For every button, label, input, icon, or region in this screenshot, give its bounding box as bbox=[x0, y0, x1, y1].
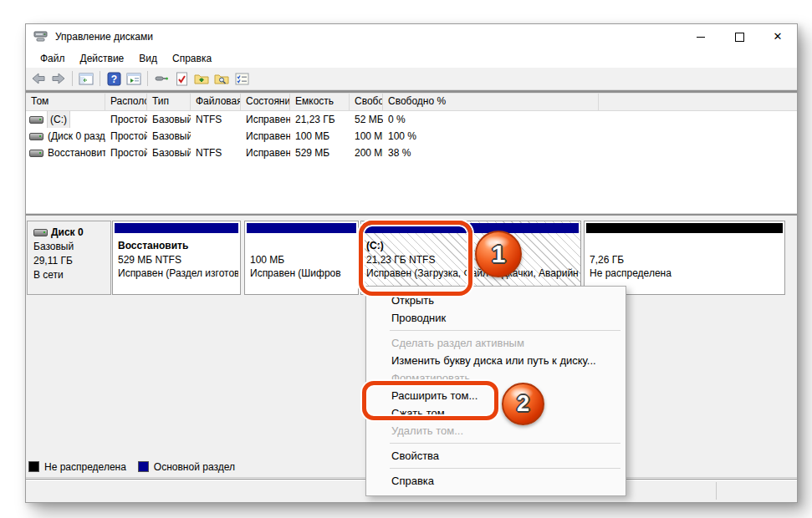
column-header-status[interactable]: Состояние bbox=[241, 94, 290, 110]
partition-size: 7,26 ГБ bbox=[590, 253, 783, 267]
cell-type: Базовый bbox=[147, 111, 191, 128]
annotation-rect-step1 bbox=[359, 221, 472, 296]
toolbar-separator bbox=[72, 71, 73, 86]
volume-name: Восстановить bbox=[48, 145, 105, 161]
volume-table-header: Том Располо... Тип Файловая с... Состоян… bbox=[26, 94, 797, 111]
screwdriver-icon[interactable] bbox=[152, 69, 171, 88]
disk-status: В сети bbox=[33, 268, 110, 282]
annotation-rect-step2 bbox=[362, 381, 498, 420]
console-play-window-icon[interactable] bbox=[125, 69, 143, 88]
partition-status: Исправен (Раздел изготовит bbox=[118, 267, 238, 281]
partition-unallocated[interactable]: 7,26 ГБ Не распределена bbox=[584, 221, 785, 295]
cell-free: 100 МБ bbox=[350, 128, 383, 145]
menu-file[interactable]: Файл bbox=[33, 49, 73, 68]
menu-view[interactable]: Вид bbox=[131, 49, 165, 68]
back-arrow-icon[interactable] bbox=[29, 69, 48, 88]
cell-capacity: 21,23 ГБ bbox=[290, 111, 350, 128]
menu-separator bbox=[390, 330, 620, 331]
folder-search-icon[interactable] bbox=[212, 69, 231, 88]
partition-recovery[interactable]: Восстановить 529 МБ NTFS Исправен (Разде… bbox=[112, 221, 241, 295]
cell-free-percent: 0 % bbox=[383, 111, 599, 128]
cell-capacity: 529 МБ bbox=[290, 145, 350, 161]
legend-swatch-primary bbox=[138, 461, 149, 472]
cell-type: Базовый bbox=[147, 128, 191, 145]
partition-size: 100 МБ bbox=[250, 253, 356, 267]
annotation-badge-2: 2 bbox=[502, 383, 544, 425]
legend-label: Не распределена bbox=[44, 461, 126, 473]
column-header-volume[interactable]: Том bbox=[26, 94, 105, 110]
checked-document-icon[interactable] bbox=[172, 69, 191, 88]
window-controls: ✕ bbox=[682, 24, 797, 49]
checklist-icon[interactable] bbox=[232, 69, 251, 88]
folder-up-icon[interactable] bbox=[192, 69, 211, 88]
cell-capacity: 100 МБ bbox=[290, 128, 350, 145]
column-header-filler bbox=[599, 94, 797, 110]
cell-free-percent: 100 % bbox=[383, 128, 599, 145]
column-header-free-percent[interactable]: Свободно % bbox=[383, 94, 599, 110]
partition-color-bar bbox=[115, 223, 238, 233]
cell-type: Базовый bbox=[147, 145, 191, 161]
close-button[interactable]: ✕ bbox=[758, 24, 797, 49]
column-header-layout[interactable]: Располо... bbox=[105, 94, 147, 110]
cell-free: 200 МБ bbox=[350, 145, 383, 161]
cell-status: Исправен... bbox=[241, 111, 290, 128]
cell-free: 52 МБ bbox=[350, 111, 383, 128]
menu-help[interactable]: Справка bbox=[165, 49, 219, 68]
window-title: Управление дисками bbox=[55, 31, 153, 43]
column-header-type[interactable]: Тип bbox=[147, 94, 191, 110]
legend-unallocated: Не распределена bbox=[28, 461, 126, 473]
annotation-badge-1: 1 bbox=[475, 231, 522, 277]
menu-separator bbox=[390, 468, 620, 469]
table-row-recovery[interactable]: Восстановить Простой Базовый NTFS Исправ… bbox=[26, 145, 797, 161]
toolbar-separator bbox=[100, 71, 100, 86]
partition-status: Не распределена bbox=[590, 267, 783, 281]
legend-label: Основной раздел bbox=[154, 461, 235, 473]
minimize-button[interactable] bbox=[682, 24, 720, 49]
console-window-icon[interactable] bbox=[77, 69, 95, 88]
menu-separator bbox=[390, 443, 620, 444]
forward-arrow-icon[interactable] bbox=[49, 69, 68, 88]
status-bar-divider bbox=[716, 482, 717, 500]
help-icon[interactable]: ? bbox=[105, 69, 123, 88]
column-header-free[interactable]: Свобод... bbox=[350, 94, 383, 110]
maximize-button[interactable] bbox=[720, 24, 758, 49]
toolbar: ? bbox=[26, 68, 797, 89]
volume-list-pane: Том Располо... Тип Файловая с... Состоян… bbox=[26, 93, 797, 214]
toolbar-separator bbox=[147, 71, 148, 86]
partition-size: 529 МБ NTFS bbox=[118, 253, 238, 267]
table-row-c[interactable]: (C:) Простой Базовый NTFS Исправен... 21… bbox=[26, 111, 797, 128]
title-bar: Управление дисками ✕ bbox=[26, 24, 797, 49]
partition-color-bar bbox=[247, 223, 356, 233]
legend-primary-partition: Основной раздел bbox=[138, 461, 235, 473]
svg-text:?: ? bbox=[110, 74, 116, 85]
menu-item-help[interactable]: Справка bbox=[366, 472, 626, 490]
cell-status: Исправен... bbox=[241, 128, 290, 145]
disk-size: 29,11 ГБ bbox=[33, 254, 110, 268]
cell-status: Исправен... bbox=[241, 145, 290, 161]
column-header-capacity[interactable]: Емкость bbox=[290, 94, 350, 110]
legend-swatch-unallocated bbox=[28, 461, 39, 472]
disk-management-app-icon bbox=[33, 30, 49, 43]
menu-item-change-letter[interactable]: Изменить букву диска или путь к диску... bbox=[366, 352, 626, 369]
cell-layout: Простой bbox=[105, 111, 147, 128]
menu-item-explorer[interactable]: Проводник bbox=[366, 309, 626, 327]
column-header-filesystem[interactable]: Файловая с... bbox=[191, 94, 241, 110]
table-row-partition2[interactable]: (Диск 0 раздел 2) Простой Базовый Исправ… bbox=[26, 128, 797, 145]
menu-item-mark-active: Сделать раздел активным bbox=[366, 334, 626, 352]
volume-name: (C:) bbox=[48, 111, 69, 128]
disk0-label-panel[interactable]: Диск 0 Базовый 29,11 ГБ В сети bbox=[27, 221, 111, 295]
cell-layout: Простой bbox=[105, 128, 147, 145]
disk-type: Базовый bbox=[33, 240, 110, 254]
volume-icon bbox=[29, 116, 43, 124]
partition-status: Исправен (Шифров bbox=[250, 267, 356, 281]
cell-filesystem: NTFS bbox=[191, 145, 241, 161]
menu-item-properties[interactable]: Свойства bbox=[366, 447, 626, 465]
volume-icon bbox=[29, 150, 43, 157]
cell-free-percent: 38 % bbox=[383, 145, 599, 161]
disk-management-window: Управление дисками ✕ Файл Действие Вид С… bbox=[25, 23, 798, 503]
partition-efi[interactable]: 100 МБ Исправен (Шифров bbox=[244, 221, 359, 295]
menu-bar: Файл Действие Вид Справка bbox=[26, 49, 797, 68]
menu-action[interactable]: Действие bbox=[73, 49, 132, 68]
menu-item-delete-volume: Удалить том... bbox=[366, 422, 626, 439]
disk-name: Диск 0 bbox=[51, 226, 84, 240]
